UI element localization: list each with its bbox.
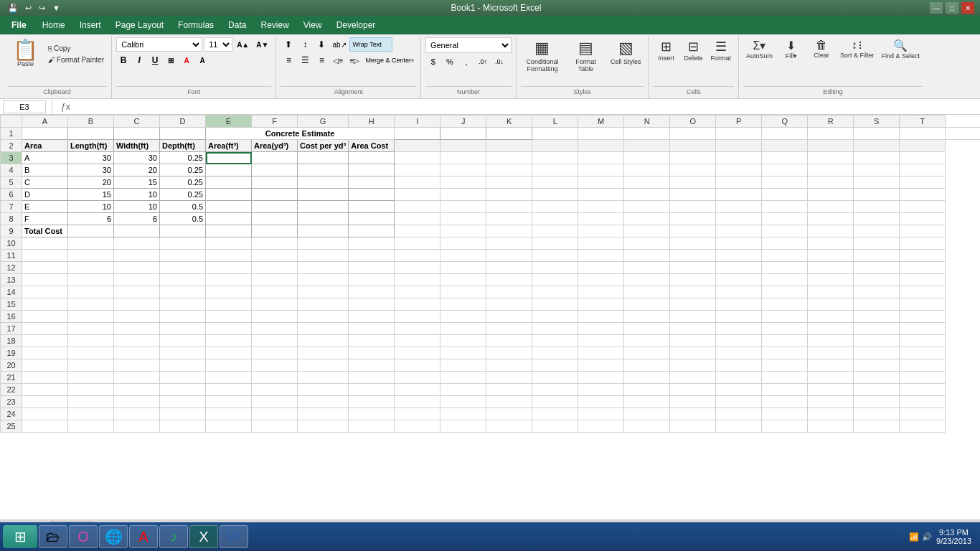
table-cell[interactable] (298, 213, 349, 225)
table-cell[interactable] (762, 274, 808, 286)
table-cell[interactable] (624, 140, 670, 152)
table-cell[interactable] (854, 237, 900, 250)
table-cell[interactable] (114, 311, 160, 323)
table-cell[interactable] (900, 140, 946, 152)
table-cell[interactable] (716, 323, 762, 335)
table-cell[interactable] (532, 140, 578, 152)
table-cell[interactable] (160, 372, 206, 384)
table-cell[interactable] (486, 384, 532, 396)
col-header-m[interactable]: M (578, 116, 624, 128)
table-cell[interactable] (252, 335, 298, 347)
view-menu-item[interactable]: View (296, 16, 329, 34)
table-cell[interactable] (854, 347, 900, 359)
table-cell[interactable] (298, 408, 349, 420)
table-cell[interactable] (808, 335, 854, 347)
table-cell[interactable] (206, 237, 252, 250)
table-cell[interactable] (298, 250, 349, 262)
table-cell[interactable] (395, 372, 440, 384)
conditional-formatting-btn[interactable]: ▦ Conditional Formatting (521, 37, 564, 74)
table-cell[interactable]: Cost per yd³ (298, 140, 349, 152)
table-cell[interactable] (349, 420, 395, 433)
table-cell[interactable] (854, 335, 900, 347)
table-cell[interactable] (486, 189, 532, 201)
table-cell[interactable] (252, 213, 298, 225)
table-cell[interactable] (252, 189, 298, 201)
table-cell[interactable] (395, 286, 440, 298)
table-cell[interactable] (532, 152, 578, 164)
table-cell[interactable] (716, 140, 762, 152)
col-header-k[interactable]: K (486, 116, 532, 128)
align-bottom-btn[interactable]: ⬇ (314, 37, 329, 52)
table-cell[interactable] (532, 420, 578, 433)
row-header-16[interactable]: 16 (1, 311, 22, 323)
table-cell[interactable] (486, 201, 532, 213)
table-cell[interactable] (206, 408, 252, 420)
row-header-22[interactable]: 22 (1, 384, 22, 396)
table-cell[interactable] (395, 384, 440, 396)
fill-btn[interactable]: ⬇ Fill▾ (777, 37, 806, 61)
redo-quick-btn[interactable]: ↪ (37, 4, 47, 13)
table-cell[interactable] (160, 237, 206, 250)
table-cell[interactable] (578, 359, 624, 372)
table-cell[interactable] (486, 262, 532, 274)
table-cell[interactable] (206, 396, 252, 408)
table-cell[interactable] (298, 237, 349, 250)
table-cell[interactable] (670, 359, 716, 372)
table-cell[interactable]: 0.25 (160, 152, 206, 164)
col-header-b[interactable]: B (68, 116, 114, 128)
table-cell[interactable] (532, 164, 578, 176)
table-cell[interactable] (440, 384, 486, 396)
table-cell[interactable] (624, 335, 670, 347)
table-cell[interactable] (532, 274, 578, 286)
table-cell[interactable] (624, 323, 670, 335)
table-cell[interactable] (854, 323, 900, 335)
align-left-btn[interactable]: ≡ (281, 53, 296, 67)
table-cell[interactable] (716, 237, 762, 250)
table-cell[interactable] (762, 335, 808, 347)
table-cell[interactable] (252, 201, 298, 213)
table-cell[interactable] (252, 262, 298, 274)
col-header-t[interactable]: T (900, 116, 946, 128)
table-cell[interactable] (716, 347, 762, 359)
table-cell[interactable] (716, 286, 762, 298)
table-cell[interactable] (670, 384, 716, 396)
table-cell[interactable] (206, 262, 252, 274)
table-cell[interactable] (298, 323, 349, 335)
row-header-10[interactable]: 10 (1, 237, 22, 250)
table-cell[interactable] (395, 152, 440, 164)
bold-btn[interactable]: B (116, 53, 131, 67)
table-cell[interactable] (578, 176, 624, 189)
row-header-15[interactable]: 15 (1, 298, 22, 311)
table-cell[interactable] (298, 274, 349, 286)
table-cell[interactable] (252, 347, 298, 359)
table-cell[interactable] (762, 250, 808, 262)
col-header-l[interactable]: L (532, 116, 578, 128)
row-header-11[interactable]: 11 (1, 250, 22, 262)
table-cell[interactable] (624, 225, 670, 237)
table-cell[interactable] (395, 225, 440, 237)
table-cell[interactable] (68, 420, 114, 433)
table-cell[interactable] (349, 359, 395, 372)
align-right-btn[interactable]: ≡ (314, 53, 329, 67)
table-cell[interactable] (716, 152, 762, 164)
table-cell[interactable] (670, 372, 716, 384)
table-cell[interactable] (349, 262, 395, 274)
taskbar-time[interactable]: 9:13 PM 9/23/2013 (936, 528, 971, 545)
table-cell[interactable] (114, 323, 160, 335)
table-cell[interactable]: 30 (68, 152, 114, 164)
table-cell[interactable] (854, 250, 900, 262)
table-cell[interactable] (808, 298, 854, 311)
table-cell[interactable] (440, 189, 486, 201)
table-cell[interactable] (206, 384, 252, 396)
table-cell[interactable] (486, 128, 532, 140)
table-cell[interactable] (670, 213, 716, 225)
table-cell[interactable] (298, 347, 349, 359)
table-cell[interactable] (578, 347, 624, 359)
table-cell[interactable] (114, 384, 160, 396)
table-cell[interactable] (440, 213, 486, 225)
table-cell[interactable] (808, 213, 854, 225)
align-middle-btn[interactable]: ↕ (297, 37, 313, 52)
table-cell[interactable] (22, 396, 68, 408)
table-cell[interactable] (68, 250, 114, 262)
clear-btn[interactable]: 🗑 Clear (807, 37, 836, 60)
